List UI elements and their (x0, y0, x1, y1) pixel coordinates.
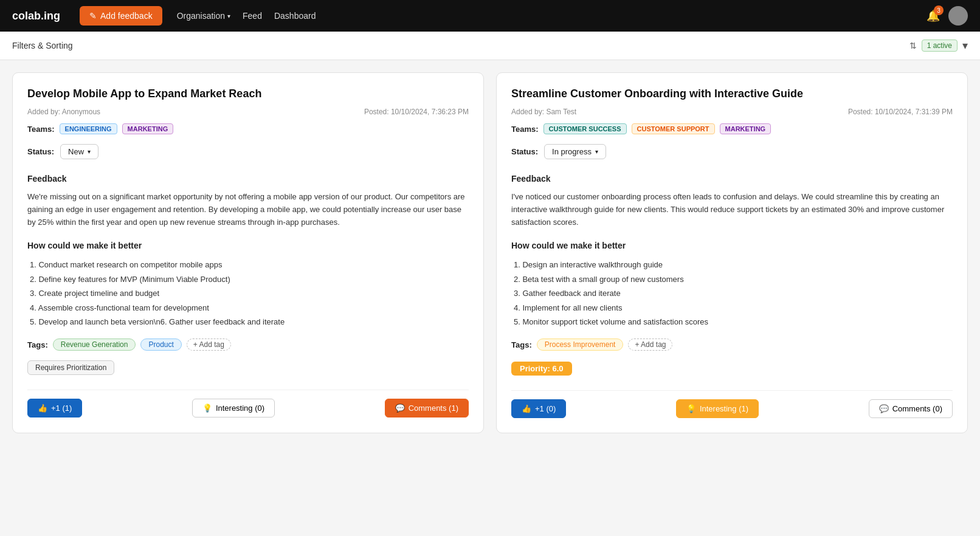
card-1-title: Develop Mobile App to Expand Market Reac… (27, 88, 469, 100)
card-2-feedback-text: I've noticed our customer onboarding pro… (511, 191, 953, 228)
filters-right: ⇅ 1 active ▾ (909, 39, 968, 52)
user-avatar[interactable] (948, 6, 968, 26)
card-2-tags-label: Tags: (511, 340, 532, 349)
requires-prioritization-badge: Requires Prioritization (27, 360, 114, 375)
card-2-actions: 👍 +1 (0) 💡 Interesting (1) 💬 Comments (0… (511, 390, 953, 418)
card-1-status: Status: New ▾ (27, 144, 469, 159)
card-1-interesting-button[interactable]: 💡 Interesting (0) (192, 399, 275, 417)
feedback-card-2: Streamline Customer Onboarding with Inte… (496, 72, 968, 433)
card-2-status-dropdown[interactable]: In progress ▾ (544, 144, 606, 159)
card-1-actions: 👍 +1 (1) 💡 Interesting (0) 💬 Comments (1… (27, 390, 469, 417)
team-customer-success: CUSTOMER SUCCESS (543, 123, 627, 134)
card-1-added-by: Added by: Anonymous (27, 108, 100, 116)
thumbs-up-icon: 👍 (38, 404, 47, 413)
feedback-card-1: Develop Mobile App to Expand Market Reac… (12, 72, 484, 433)
card-2-tags: Tags: Process Improvement + Add tag (511, 338, 953, 351)
card-2-like-button[interactable]: 👍 +1 (0) (511, 399, 566, 418)
card-1-teams-label: Teams: (27, 125, 55, 134)
card-2-feedback-heading: Feedback (511, 174, 953, 184)
add-feedback-button[interactable]: ✎ Add feedback (80, 6, 162, 26)
priority-badge: Priority: 6.0 (511, 362, 572, 376)
card-2-posted: Posted: 10/10/2024, 7:31:39 PM (848, 108, 953, 116)
list-item: 1. Conduct market research on competitor… (30, 258, 469, 272)
organisation-chevron-icon: ▾ (227, 13, 230, 19)
card-1-feedback-heading: Feedback (27, 174, 469, 184)
feedback-icon: ✎ (89, 11, 97, 21)
navbar-right: 🔔 3 (927, 6, 968, 26)
card-2-interesting-button[interactable]: 💡 Interesting (1) (676, 399, 759, 418)
tag-product[interactable]: Product (140, 338, 181, 351)
card-2-like-label: +1 (0) (535, 404, 556, 413)
card-2-status-value: In progress (552, 147, 592, 156)
filters-title: Filters & Sorting (12, 41, 73, 50)
card-2-teams: Teams: CUSTOMER SUCCESS CUSTOMER SUPPORT… (511, 123, 953, 134)
team-marketing: MARKETING (122, 123, 174, 134)
card-1-like-button[interactable]: 👍 +1 (1) (27, 399, 82, 417)
filters-collapse-button[interactable]: ▾ (962, 39, 968, 52)
team-marketing-2: MARKETING (720, 123, 771, 134)
notification-count: 3 (934, 5, 944, 15)
card-1-teams: Teams: ENGINEERING MARKETING (27, 123, 469, 134)
list-item: 5. Develop and launch beta version\n6. G… (30, 315, 469, 329)
active-filters-badge: 1 active (922, 40, 958, 52)
nav-links: Organisation ▾ Feed Dashboard (177, 11, 912, 21)
tag-revenue[interactable]: Revenue Generation (53, 338, 136, 351)
list-item: 2. Define key features for MVP (Minimum … (30, 272, 469, 286)
card-1-status-value: New (68, 147, 84, 156)
thumbs-up-icon-2: 👍 (522, 404, 531, 413)
card-2-meta: Added by: Sam Test Posted: 10/10/2024, 7… (511, 108, 953, 116)
add-tag-button-2[interactable]: + Add tag (628, 338, 672, 351)
card-2-interesting-label: Interesting (1) (700, 404, 748, 413)
add-tag-button[interactable]: + Add tag (187, 338, 231, 351)
card-2-status: Status: In progress ▾ (511, 144, 953, 159)
comment-icon: 💬 (395, 404, 405, 413)
team-customer-support: CUSTOMER SUPPORT (632, 123, 715, 134)
bulb-icon: 💡 (202, 404, 212, 413)
nav-feed[interactable]: Feed (243, 11, 262, 21)
bulb-icon-2: 💡 (686, 404, 696, 413)
card-1-feedback-text: We're missing out on a significant marke… (27, 191, 469, 228)
card-1-like-label: +1 (1) (51, 404, 72, 413)
main-content: Develop Mobile App to Expand Market Reac… (0, 60, 980, 445)
list-item: 4. Implement for all new clients (514, 301, 953, 315)
team-engineering: ENGINEERING (60, 123, 117, 134)
filter-icon: ⇅ (909, 41, 917, 50)
card-1-posted: Posted: 10/10/2024, 7:36:23 PM (364, 108, 469, 116)
card-1-status-label: Status: (27, 147, 54, 156)
status-chevron-icon: ▾ (88, 148, 91, 155)
card-1-improvement-heading: How could we make it better (27, 241, 469, 250)
card-1-tags-label: Tags: (27, 340, 48, 349)
card-2-improvement-heading: How could we make it better (511, 241, 953, 250)
list-item: 2. Beta test with a small group of new c… (514, 272, 953, 286)
card-1-tags: Tags: Revenue Generation Product + Add t… (27, 338, 469, 351)
card-2-added-by: Added by: Sam Test (511, 108, 576, 116)
nav-organisation[interactable]: Organisation ▾ (177, 11, 230, 21)
list-item: 3. Create project timeline and budget (30, 286, 469, 300)
list-item: 4. Assemble cross-functional team for de… (30, 301, 469, 315)
navbar: colab.ing ✎ Add feedback Organisation ▾ … (0, 0, 980, 32)
status-chevron-icon-2: ▾ (595, 148, 598, 155)
card-1-interesting-label: Interesting (0) (216, 404, 264, 413)
card-2-teams-label: Teams: (511, 125, 539, 134)
card-2-title: Streamline Customer Onboarding with Inte… (511, 88, 953, 100)
list-item: 3. Gather feedback and iterate (514, 286, 953, 300)
nav-dashboard[interactable]: Dashboard (274, 11, 316, 21)
card-2-improvement-list: 1. Design an interactive walkthrough gui… (511, 258, 953, 329)
card-1-comments-button[interactable]: 💬 Comments (1) (385, 399, 469, 417)
card-1-comments-label: Comments (1) (409, 404, 458, 413)
notification-bell[interactable]: 🔔 3 (927, 9, 940, 22)
logo: colab.ing (12, 10, 60, 22)
filters-bar: Filters & Sorting ⇅ 1 active ▾ (0, 32, 980, 60)
card-1-status-dropdown[interactable]: New ▾ (60, 144, 98, 159)
list-item: 5. Monitor support ticket volume and sat… (514, 315, 953, 329)
comment-icon-2: 💬 (879, 404, 889, 413)
card-2-comments-label: Comments (0) (892, 404, 942, 413)
tag-process[interactable]: Process Improvement (537, 338, 624, 351)
card-2-comments-button[interactable]: 💬 Comments (0) (869, 399, 953, 418)
list-item: 1. Design an interactive walkthrough gui… (514, 258, 953, 272)
card-2-status-label: Status: (511, 147, 538, 156)
card-1-improvement-list: 1. Conduct market research on competitor… (27, 258, 469, 329)
card-1-meta: Added by: Anonymous Posted: 10/10/2024, … (27, 108, 469, 116)
